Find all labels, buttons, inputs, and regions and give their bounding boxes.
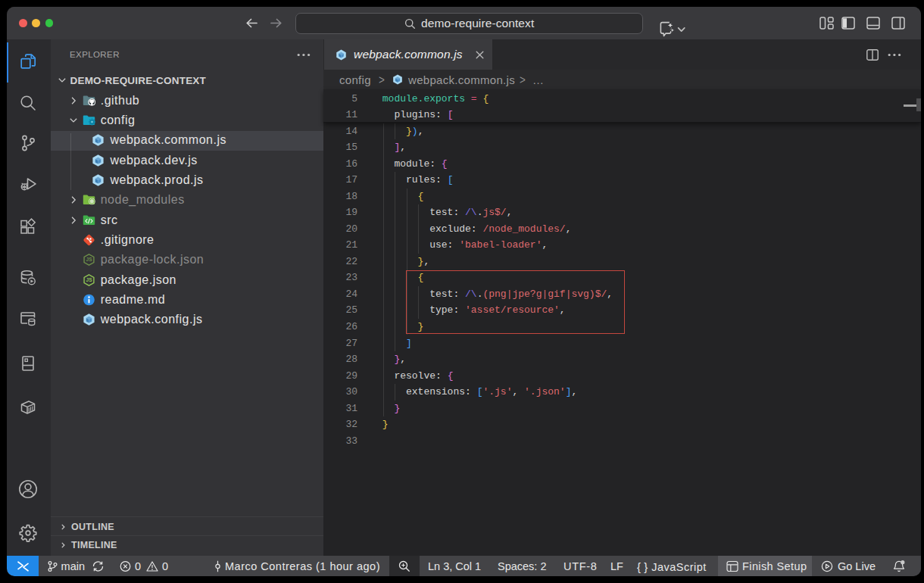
svg-text:JS: JS	[86, 257, 93, 263]
svg-text:JS: JS	[86, 277, 93, 282]
